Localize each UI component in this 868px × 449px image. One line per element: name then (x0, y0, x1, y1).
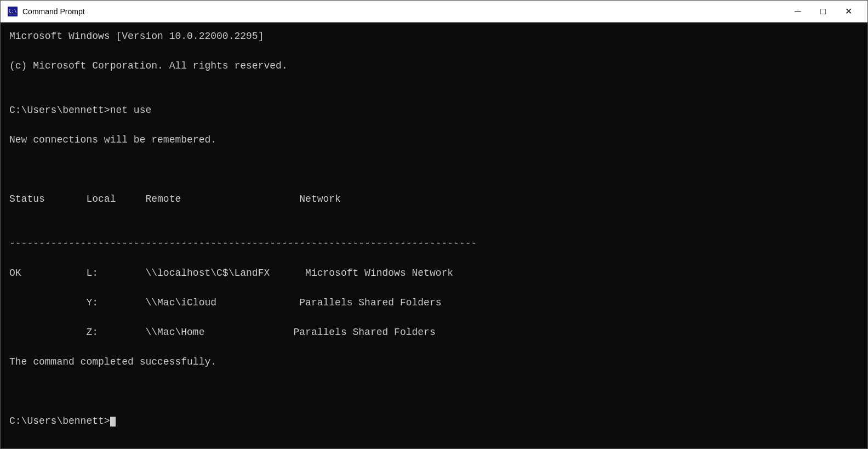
console-line: Microsoft Windows [Version 10.0.22000.22… (9, 29, 859, 44)
window-title: Command Prompt (22, 7, 785, 16)
cursor (110, 417, 116, 427)
window-controls: ─ □ ✕ (785, 3, 861, 20)
svg-text:C:\: C:\ (9, 9, 17, 14)
console-line: Z: \\Mac\Home Parallels Shared Folders (9, 325, 859, 340)
console-prompt-line: C:\Users\bennett> (9, 414, 859, 429)
console-line: The command completed successfully. (9, 355, 859, 370)
maximize-button[interactable]: □ (810, 3, 836, 20)
svg-rect-4 (13, 14, 16, 15)
minimize-button[interactable]: ─ (785, 3, 810, 20)
title-bar: C:\ Command Prompt ─ □ ✕ (1, 1, 867, 22)
console-line: (c) Microsoft Corporation. All rights re… (9, 59, 859, 73)
console-line: Status Local Remote Network (9, 192, 859, 207)
cmd-icon: C:\ (7, 6, 18, 17)
console-line: C:\Users\bennett>net use (9, 103, 859, 118)
console-line: New connections will be remembered. (9, 133, 859, 147)
console-line: OK L: \\localhost\C$\LandFX Microsoft Wi… (9, 266, 859, 281)
console-line: Y: \\Mac\iCloud Parallels Shared Folders (9, 295, 859, 310)
svg-rect-3 (9, 14, 12, 15)
cmd-window: C:\ Command Prompt ─ □ ✕ Microsoft Windo… (0, 0, 868, 449)
console-line: ----------------------------------------… (9, 236, 859, 251)
console-output[interactable]: Microsoft Windows [Version 10.0.22000.22… (1, 22, 867, 448)
close-button[interactable]: ✕ (836, 3, 861, 20)
